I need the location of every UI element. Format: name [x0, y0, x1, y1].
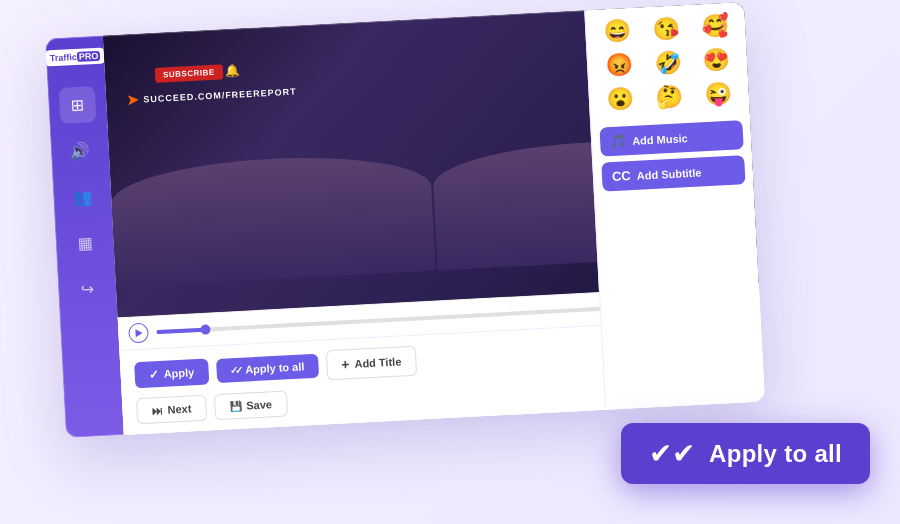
save-button[interactable]: Save [214, 390, 288, 420]
logo: TrafficPRO [45, 47, 107, 66]
scene: TrafficPRO ⊞ 🔊 👥 ▦ ↪ SUBSCRIBE 🔔 ➤ SUCCE… [0, 0, 900, 524]
badge-text: Apply to all [709, 440, 842, 468]
emoji-4[interactable]: 😡 [595, 49, 642, 81]
emoji-1[interactable]: 😄 [594, 15, 641, 47]
right-panel: 😄 😘 🥰 😡 🤣 😍 😮 🤔 😜 🎵 Add Music CC Add Sub… [584, 2, 765, 410]
person-1 [110, 151, 436, 288]
play-button[interactable] [128, 323, 149, 344]
emoji-grid: 😄 😘 🥰 😡 🤣 😍 😮 🤔 😜 [594, 10, 742, 115]
progress-fill [156, 328, 206, 335]
add-subtitle-button[interactable]: CC Add Subtitle [601, 155, 745, 191]
apply-all-button[interactable]: Apply to all [216, 354, 319, 383]
add-music-button[interactable]: 🎵 Add Music [599, 120, 743, 156]
subscribe-bar: SUBSCRIBE [155, 64, 223, 83]
subtitle-icon: CC [612, 168, 632, 184]
sidebar-item-grid[interactable]: ⊞ [59, 86, 97, 124]
main-card: TrafficPRO ⊞ 🔊 👥 ▦ ↪ SUBSCRIBE 🔔 ➤ SUCCE… [45, 2, 765, 438]
sidebar-item-export[interactable]: ↪ [68, 270, 106, 308]
emoji-8[interactable]: 🤔 [646, 81, 693, 113]
next-button[interactable]: Next [136, 395, 207, 425]
emoji-5[interactable]: 🤣 [644, 47, 691, 79]
emoji-7[interactable]: 😮 [597, 83, 644, 115]
sidebar-item-volume[interactable]: 🔊 [61, 132, 99, 170]
url-text: ➤ SUCCEED.COM/FREEREPORT [126, 84, 297, 109]
emoji-2[interactable]: 😘 [643, 13, 690, 45]
emoji-6[interactable]: 😍 [693, 44, 740, 76]
add-title-button[interactable]: Add Title [326, 346, 417, 381]
logo-pro: PRO [77, 51, 101, 62]
apply-button[interactable]: Apply [134, 359, 209, 389]
sidebar-item-layout[interactable]: ▦ [66, 224, 104, 262]
sidebar-item-users[interactable]: 👥 [63, 178, 101, 216]
bell-icon: 🔔 [225, 63, 241, 78]
badge-check-icon: ✔✔ [649, 437, 695, 470]
floating-apply-all-badge[interactable]: ✔✔ Apply to all [621, 423, 870, 484]
emoji-3[interactable]: 🥰 [692, 10, 739, 42]
arrow-icon: ➤ [126, 92, 140, 109]
music-icon: 🎵 [610, 133, 627, 149]
logo-traffic: Traffic [50, 52, 78, 63]
emoji-9[interactable]: 😜 [695, 78, 742, 110]
progress-thumb [200, 324, 211, 335]
